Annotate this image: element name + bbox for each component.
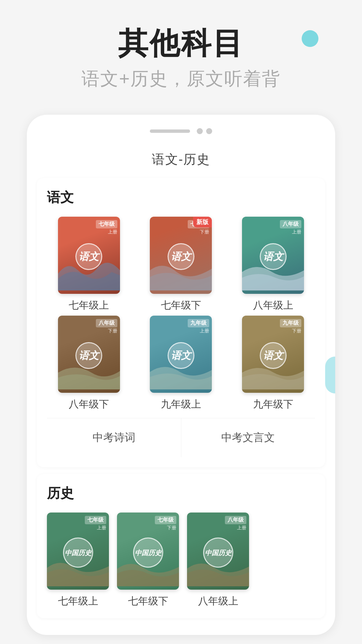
book-item-history-3[interactable]: 八年级 上册 中国历史 八年级上: [187, 513, 249, 608]
book-item-chinese-2[interactable]: 七年级 下册 语文 新版 七年级下: [139, 217, 223, 312]
book-grade-history-3: 八年级: [225, 516, 246, 524]
book-volume-chinese-2: 下册: [200, 229, 209, 235]
page-title: 其他科目: [20, 27, 342, 60]
book-item-chinese-3[interactable]: 八年级 上册 语文 八年级上: [231, 217, 315, 312]
book-volume-chinese-5: 上册: [200, 328, 209, 334]
chinese-books-grid-1: 七年级 上册 语文 七年级上: [47, 217, 315, 312]
extra-item-classics[interactable]: 中考文言文: [181, 418, 315, 457]
extra-items: 中考诗词 中考文言文: [47, 418, 315, 457]
book-grade-chinese-6: 九年级: [280, 319, 301, 327]
extra-item-poetry[interactable]: 中考诗词: [47, 418, 181, 457]
wave-art-6: [242, 353, 304, 389]
notch-bar: [150, 129, 190, 133]
phone-content: 语文-历史 语文 七年级 上册 语文: [27, 141, 335, 635]
new-badge-chinese-2: 新版: [193, 217, 212, 227]
book-grade-chinese-4: 八年级: [96, 319, 117, 327]
book-grade-history-2: 七年级: [155, 516, 176, 524]
book-name-chinese-6: 九年级下: [253, 397, 293, 411]
book-name-history-2: 七年级下: [128, 594, 168, 608]
book-item-chinese-5[interactable]: 九年级 上册 语文 九年级上: [139, 316, 223, 411]
phone-top-bar: [27, 125, 335, 141]
book-grade-chinese-3: 八年级: [280, 220, 301, 228]
book-name-history-1: 七年级上: [58, 594, 98, 608]
book-cover-history-1: 七年级 上册 中国历史: [47, 513, 109, 590]
wave-art-1: [58, 254, 120, 290]
header-decoration-dot: [302, 30, 318, 47]
chinese-section-card: 语文 七年级 上册 语文: [37, 178, 325, 467]
book-item-history-1[interactable]: 七年级 上册 中国历史 七年级上: [47, 513, 109, 608]
wave-art-h1: [47, 549, 109, 586]
chinese-section-title: 语文: [47, 188, 315, 207]
camera-dot-2: [206, 128, 212, 134]
history-books-row: 七年级 上册 中国历史 七年级上: [47, 513, 315, 608]
book-name-chinese-1: 七年级上: [69, 299, 109, 312]
book-volume-chinese-3: 上册: [292, 229, 301, 235]
book-volume-history-1: 上册: [97, 525, 106, 531]
camera-dots: [197, 128, 212, 134]
book-grade-chinese-1: 七年级: [96, 220, 117, 228]
book-volume-history-3: 上册: [237, 525, 246, 531]
camera-dot-1: [197, 128, 203, 134]
wave-art-h3: [187, 549, 249, 586]
book-cover-history-2: 七年级 下册 中国历史: [117, 513, 179, 590]
side-blob-decoration: [325, 357, 335, 393]
book-volume-history-2: 下册: [167, 525, 176, 531]
wave-art-h2: [117, 549, 179, 586]
history-section-title: 历史: [47, 484, 315, 502]
book-volume-chinese-1: 上册: [108, 229, 117, 235]
book-name-chinese-4: 八年级下: [69, 397, 109, 411]
chinese-books-grid-2: 八年级 下册 语文 八年级下: [47, 316, 315, 411]
phone-mockup: 语文-历史 语文 七年级 上册 语文: [27, 115, 335, 635]
history-section-card: 历史 七年级 上册 中国历史: [37, 474, 325, 618]
book-volume-chinese-6: 下册: [292, 328, 301, 334]
book-name-history-3: 八年级上: [198, 594, 238, 608]
book-item-chinese-1[interactable]: 七年级 上册 语文 七年级上: [47, 217, 131, 312]
book-volume-chinese-4: 下册: [108, 328, 117, 334]
book-cover-chinese-6: 九年级 下册 语文: [242, 316, 304, 393]
wave-art-5: [150, 353, 212, 389]
book-cover-chinese-2: 七年级 下册 语文 新版: [150, 217, 212, 294]
book-grade-history-1: 七年级: [85, 516, 106, 524]
book-grade-chinese-5: 九年级: [188, 319, 209, 327]
book-cover-history-3: 八年级 上册 中国历史: [187, 513, 249, 590]
wave-art-2: [150, 254, 212, 290]
book-cover-chinese-3: 八年级 上册 语文: [242, 217, 304, 294]
book-cover-chinese-4: 八年级 下册 语文: [58, 316, 120, 393]
wave-art-4: [58, 353, 120, 389]
book-item-history-2[interactable]: 七年级 下册 中国历史 七年级下: [117, 513, 179, 608]
book-cover-chinese-1: 七年级 上册 语文: [58, 217, 120, 294]
book-name-chinese-5: 九年级上: [161, 397, 201, 411]
wave-art-3: [242, 254, 304, 290]
tab-title: 语文-历史: [27, 141, 335, 175]
book-item-chinese-4[interactable]: 八年级 下册 语文 八年级下: [47, 316, 131, 411]
book-name-chinese-3: 八年级上: [253, 299, 293, 312]
book-item-chinese-6[interactable]: 九年级 下册 语文 九年级下: [231, 316, 315, 411]
page-subtitle: 语文+历史，原文听着背: [20, 67, 342, 91]
book-name-chinese-2: 七年级下: [161, 299, 201, 312]
page-header: 其他科目 语文+历史，原文听着背: [0, 0, 362, 101]
book-cover-chinese-5: 九年级 上册 语文: [150, 316, 212, 393]
